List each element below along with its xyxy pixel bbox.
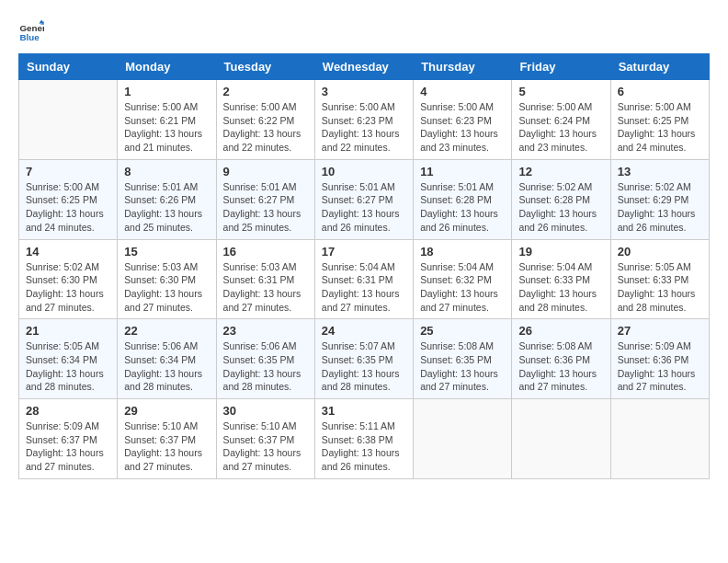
header-day: Wednesday bbox=[314, 54, 413, 80]
calendar-week-row: 7Sunrise: 5:00 AMSunset: 6:25 PMDaylight… bbox=[19, 159, 710, 239]
day-number: 30 bbox=[223, 404, 308, 418]
calendar-cell: 30Sunrise: 5:10 AMSunset: 6:37 PMDayligh… bbox=[216, 399, 314, 479]
day-number: 23 bbox=[223, 324, 308, 338]
calendar-cell: 25Sunrise: 5:08 AMSunset: 6:35 PMDayligh… bbox=[414, 319, 512, 399]
day-info: Sunrise: 5:10 AMSunset: 6:37 PMDaylight:… bbox=[124, 419, 209, 474]
day-info: Sunrise: 5:06 AMSunset: 6:34 PMDaylight:… bbox=[124, 339, 209, 394]
calendar-cell: 12Sunrise: 5:02 AMSunset: 6:28 PMDayligh… bbox=[512, 159, 610, 239]
day-info: Sunrise: 5:01 AMSunset: 6:28 PMDaylight:… bbox=[420, 180, 505, 235]
calendar-cell: 18Sunrise: 5:04 AMSunset: 6:32 PMDayligh… bbox=[414, 239, 512, 319]
day-info: Sunrise: 5:08 AMSunset: 6:36 PMDaylight:… bbox=[518, 339, 603, 394]
header-day: Thursday bbox=[414, 54, 512, 80]
header-day: Tuesday bbox=[216, 54, 314, 80]
calendar-week-row: 21Sunrise: 5:05 AMSunset: 6:34 PMDayligh… bbox=[19, 319, 710, 399]
day-number: 27 bbox=[618, 324, 702, 338]
calendar-week-row: 28Sunrise: 5:09 AMSunset: 6:37 PMDayligh… bbox=[19, 399, 710, 479]
logo: General Blue bbox=[18, 18, 44, 44]
calendar-cell: 13Sunrise: 5:02 AMSunset: 6:29 PMDayligh… bbox=[610, 159, 709, 239]
calendar-cell: 15Sunrise: 5:03 AMSunset: 6:30 PMDayligh… bbox=[118, 239, 216, 319]
calendar-cell: 27Sunrise: 5:09 AMSunset: 6:36 PMDayligh… bbox=[610, 319, 709, 399]
day-number: 12 bbox=[518, 165, 603, 178]
logo-icon: General Blue bbox=[18, 18, 44, 44]
day-info: Sunrise: 5:05 AMSunset: 6:33 PMDaylight:… bbox=[618, 260, 702, 315]
day-info: Sunrise: 5:03 AMSunset: 6:31 PMDaylight:… bbox=[223, 260, 308, 315]
day-info: Sunrise: 5:00 AMSunset: 6:22 PMDaylight:… bbox=[223, 100, 308, 155]
day-number: 24 bbox=[322, 324, 406, 338]
day-number: 10 bbox=[322, 165, 406, 178]
day-number: 5 bbox=[518, 85, 603, 98]
calendar-cell bbox=[610, 399, 709, 479]
calendar-cell: 7Sunrise: 5:00 AMSunset: 6:25 PMDaylight… bbox=[19, 159, 118, 239]
calendar-cell: 22Sunrise: 5:06 AMSunset: 6:34 PMDayligh… bbox=[118, 319, 216, 399]
calendar-cell bbox=[512, 399, 610, 479]
day-number: 4 bbox=[420, 85, 505, 98]
day-number: 31 bbox=[322, 404, 406, 418]
day-number: 22 bbox=[124, 324, 209, 338]
day-info: Sunrise: 5:00 AMSunset: 6:21 PMDaylight:… bbox=[124, 100, 209, 155]
day-info: Sunrise: 5:10 AMSunset: 6:37 PMDaylight:… bbox=[223, 419, 308, 474]
calendar-cell: 6Sunrise: 5:00 AMSunset: 6:25 PMDaylight… bbox=[610, 80, 709, 160]
day-info: Sunrise: 5:04 AMSunset: 6:33 PMDaylight:… bbox=[518, 260, 603, 315]
day-info: Sunrise: 5:02 AMSunset: 6:29 PMDaylight:… bbox=[618, 180, 702, 235]
day-number: 18 bbox=[420, 245, 505, 259]
calendar-cell: 26Sunrise: 5:08 AMSunset: 6:36 PMDayligh… bbox=[512, 319, 610, 399]
day-number: 13 bbox=[618, 165, 702, 178]
calendar-cell: 11Sunrise: 5:01 AMSunset: 6:28 PMDayligh… bbox=[414, 159, 512, 239]
header-day: Saturday bbox=[610, 54, 709, 80]
header-day: Sunday bbox=[19, 54, 118, 80]
calendar-cell: 19Sunrise: 5:04 AMSunset: 6:33 PMDayligh… bbox=[512, 239, 610, 319]
day-number: 8 bbox=[124, 165, 209, 178]
calendar-cell: 5Sunrise: 5:00 AMSunset: 6:24 PMDaylight… bbox=[512, 80, 610, 160]
calendar-cell: 14Sunrise: 5:02 AMSunset: 6:30 PMDayligh… bbox=[19, 239, 118, 319]
day-info: Sunrise: 5:07 AMSunset: 6:35 PMDaylight:… bbox=[322, 339, 406, 394]
calendar-cell: 10Sunrise: 5:01 AMSunset: 6:27 PMDayligh… bbox=[314, 159, 413, 239]
calendar-cell: 24Sunrise: 5:07 AMSunset: 6:35 PMDayligh… bbox=[314, 319, 413, 399]
day-number: 6 bbox=[618, 85, 702, 98]
calendar-cell: 16Sunrise: 5:03 AMSunset: 6:31 PMDayligh… bbox=[216, 239, 314, 319]
day-number: 19 bbox=[518, 245, 603, 259]
calendar-cell: 28Sunrise: 5:09 AMSunset: 6:37 PMDayligh… bbox=[19, 399, 118, 479]
day-info: Sunrise: 5:00 AMSunset: 6:23 PMDaylight:… bbox=[420, 100, 505, 155]
day-number: 16 bbox=[223, 245, 308, 259]
day-info: Sunrise: 5:04 AMSunset: 6:31 PMDaylight:… bbox=[322, 260, 406, 315]
day-info: Sunrise: 5:09 AMSunset: 6:36 PMDaylight:… bbox=[618, 339, 702, 394]
calendar-cell: 9Sunrise: 5:01 AMSunset: 6:27 PMDaylight… bbox=[216, 159, 314, 239]
calendar-table: SundayMondayTuesdayWednesdayThursdayFrid… bbox=[18, 53, 710, 479]
calendar-cell bbox=[414, 399, 512, 479]
calendar-cell: 8Sunrise: 5:01 AMSunset: 6:26 PMDaylight… bbox=[118, 159, 216, 239]
day-info: Sunrise: 5:03 AMSunset: 6:30 PMDaylight:… bbox=[124, 260, 209, 315]
calendar-week-row: 14Sunrise: 5:02 AMSunset: 6:30 PMDayligh… bbox=[19, 239, 710, 319]
day-number: 28 bbox=[26, 404, 110, 418]
calendar-cell: 4Sunrise: 5:00 AMSunset: 6:23 PMDaylight… bbox=[414, 80, 512, 160]
day-number: 15 bbox=[124, 245, 209, 259]
day-info: Sunrise: 5:02 AMSunset: 6:30 PMDaylight:… bbox=[26, 260, 110, 315]
day-info: Sunrise: 5:00 AMSunset: 6:23 PMDaylight:… bbox=[322, 100, 406, 155]
day-info: Sunrise: 5:02 AMSunset: 6:28 PMDaylight:… bbox=[518, 180, 603, 235]
day-info: Sunrise: 5:00 AMSunset: 6:25 PMDaylight:… bbox=[618, 100, 702, 155]
calendar-cell: 23Sunrise: 5:06 AMSunset: 6:35 PMDayligh… bbox=[216, 319, 314, 399]
day-number: 1 bbox=[124, 85, 209, 98]
calendar-cell: 20Sunrise: 5:05 AMSunset: 6:33 PMDayligh… bbox=[610, 239, 709, 319]
header-day: Monday bbox=[118, 54, 216, 80]
calendar-cell: 31Sunrise: 5:11 AMSunset: 6:38 PMDayligh… bbox=[314, 399, 413, 479]
calendar-cell: 21Sunrise: 5:05 AMSunset: 6:34 PMDayligh… bbox=[19, 319, 118, 399]
svg-text:Blue: Blue bbox=[19, 32, 40, 42]
calendar-cell: 1Sunrise: 5:00 AMSunset: 6:21 PMDaylight… bbox=[118, 80, 216, 160]
day-info: Sunrise: 5:05 AMSunset: 6:34 PMDaylight:… bbox=[26, 339, 110, 394]
header-day: Friday bbox=[512, 54, 610, 80]
day-number: 26 bbox=[518, 324, 603, 338]
day-number: 3 bbox=[322, 85, 406, 98]
day-number: 21 bbox=[26, 324, 110, 338]
day-info: Sunrise: 5:11 AMSunset: 6:38 PMDaylight:… bbox=[322, 419, 406, 474]
page-header: General Blue bbox=[18, 18, 710, 44]
day-number: 20 bbox=[618, 245, 702, 259]
day-number: 11 bbox=[420, 165, 505, 178]
day-number: 2 bbox=[223, 85, 308, 98]
calendar-week-row: 1Sunrise: 5:00 AMSunset: 6:21 PMDaylight… bbox=[19, 80, 710, 160]
calendar-cell: 29Sunrise: 5:10 AMSunset: 6:37 PMDayligh… bbox=[118, 399, 216, 479]
day-number: 29 bbox=[124, 404, 209, 418]
day-number: 7 bbox=[26, 165, 110, 178]
day-info: Sunrise: 5:08 AMSunset: 6:35 PMDaylight:… bbox=[420, 339, 505, 394]
day-info: Sunrise: 5:00 AMSunset: 6:25 PMDaylight:… bbox=[26, 180, 110, 235]
header-row: SundayMondayTuesdayWednesdayThursdayFrid… bbox=[19, 54, 710, 80]
